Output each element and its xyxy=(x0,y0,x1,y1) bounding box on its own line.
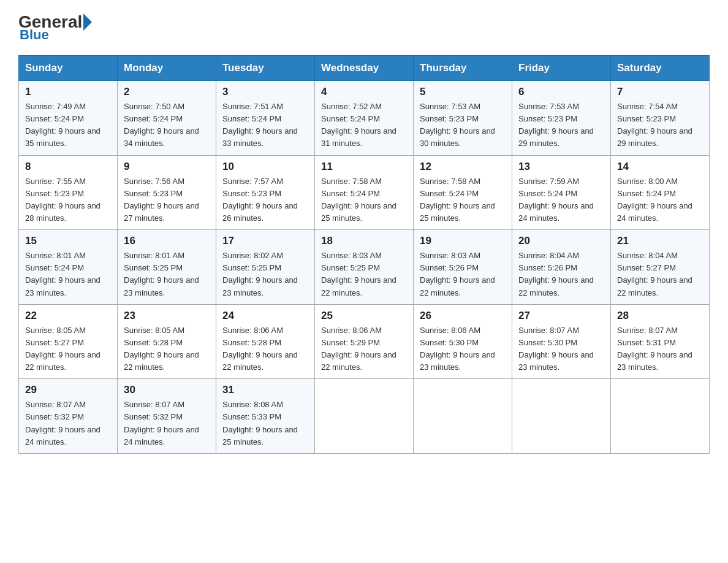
day-cell: 24 Sunrise: 8:06 AM Sunset: 5:28 PM Dayl… xyxy=(216,304,315,379)
day-number: 10 xyxy=(222,161,308,173)
day-info: Sunrise: 7:49 AM Sunset: 5:24 PM Dayligh… xyxy=(25,101,111,150)
day-info: Sunrise: 8:05 AM Sunset: 5:27 PM Dayligh… xyxy=(25,324,111,374)
logo-triangle-icon xyxy=(83,13,92,31)
day-number: 8 xyxy=(25,161,111,173)
day-info: Sunrise: 7:55 AM Sunset: 5:23 PM Dayligh… xyxy=(25,175,111,225)
day-info: Sunrise: 8:04 AM Sunset: 5:26 PM Dayligh… xyxy=(518,250,604,299)
day-number: 30 xyxy=(124,384,210,396)
day-info: Sunrise: 7:53 AM Sunset: 5:23 PM Dayligh… xyxy=(518,101,604,150)
day-cell: 13 Sunrise: 7:59 AM Sunset: 5:24 PM Dayl… xyxy=(512,155,611,230)
day-cell: 7 Sunrise: 7:54 AM Sunset: 5:23 PM Dayli… xyxy=(611,81,710,156)
day-number: 13 xyxy=(518,161,604,173)
day-info: Sunrise: 7:59 AM Sunset: 5:24 PM Dayligh… xyxy=(518,175,604,225)
day-cell xyxy=(315,379,414,454)
day-info: Sunrise: 7:52 AM Sunset: 5:24 PM Dayligh… xyxy=(321,101,407,150)
week-row-1: 1 Sunrise: 7:49 AM Sunset: 5:24 PM Dayli… xyxy=(19,81,710,156)
day-number: 14 xyxy=(617,161,703,173)
day-number: 11 xyxy=(321,161,407,173)
day-cell: 21 Sunrise: 8:04 AM Sunset: 5:27 PM Dayl… xyxy=(611,230,710,305)
day-info: Sunrise: 7:54 AM Sunset: 5:23 PM Dayligh… xyxy=(617,101,703,150)
day-info: Sunrise: 8:07 AM Sunset: 5:31 PM Dayligh… xyxy=(617,324,703,374)
day-number: 21 xyxy=(617,235,703,247)
day-cell: 10 Sunrise: 7:57 AM Sunset: 5:23 PM Dayl… xyxy=(216,155,315,230)
day-number: 9 xyxy=(124,161,210,173)
day-cell: 14 Sunrise: 8:00 AM Sunset: 5:24 PM Dayl… xyxy=(611,155,710,230)
col-header-monday: Monday xyxy=(118,56,216,81)
week-row-2: 8 Sunrise: 7:55 AM Sunset: 5:23 PM Dayli… xyxy=(19,155,710,230)
day-info: Sunrise: 8:06 AM Sunset: 5:28 PM Dayligh… xyxy=(222,324,308,374)
day-cell: 28 Sunrise: 8:07 AM Sunset: 5:31 PM Dayl… xyxy=(611,304,710,379)
col-header-saturday: Saturday xyxy=(611,56,710,81)
day-number: 6 xyxy=(518,86,604,98)
day-number: 29 xyxy=(25,384,111,396)
day-info: Sunrise: 8:07 AM Sunset: 5:32 PM Dayligh… xyxy=(25,399,111,448)
day-number: 2 xyxy=(124,86,210,98)
day-number: 4 xyxy=(321,86,407,98)
day-cell xyxy=(414,379,512,454)
day-number: 16 xyxy=(124,235,210,247)
day-info: Sunrise: 8:00 AM Sunset: 5:24 PM Dayligh… xyxy=(617,175,703,225)
week-row-5: 29 Sunrise: 8:07 AM Sunset: 5:32 PM Dayl… xyxy=(19,379,710,454)
day-cell xyxy=(611,379,710,454)
day-cell: 18 Sunrise: 8:03 AM Sunset: 5:25 PM Dayl… xyxy=(315,230,414,305)
col-header-wednesday: Wednesday xyxy=(315,56,414,81)
day-cell: 16 Sunrise: 8:01 AM Sunset: 5:25 PM Dayl… xyxy=(118,230,216,305)
day-cell: 27 Sunrise: 8:07 AM Sunset: 5:30 PM Dayl… xyxy=(512,304,611,379)
day-number: 25 xyxy=(321,310,407,322)
day-info: Sunrise: 8:02 AM Sunset: 5:25 PM Dayligh… xyxy=(222,250,308,299)
day-cell: 25 Sunrise: 8:06 AM Sunset: 5:29 PM Dayl… xyxy=(315,304,414,379)
day-info: Sunrise: 8:01 AM Sunset: 5:24 PM Dayligh… xyxy=(25,250,111,299)
day-cell: 12 Sunrise: 7:58 AM Sunset: 5:24 PM Dayl… xyxy=(414,155,512,230)
day-info: Sunrise: 7:56 AM Sunset: 5:23 PM Dayligh… xyxy=(124,175,210,225)
day-info: Sunrise: 8:08 AM Sunset: 5:33 PM Dayligh… xyxy=(222,399,308,448)
day-info: Sunrise: 8:06 AM Sunset: 5:29 PM Dayligh… xyxy=(321,324,407,374)
day-info: Sunrise: 8:03 AM Sunset: 5:25 PM Dayligh… xyxy=(321,250,407,299)
col-header-tuesday: Tuesday xyxy=(216,56,315,81)
day-cell: 17 Sunrise: 8:02 AM Sunset: 5:25 PM Dayl… xyxy=(216,230,315,305)
day-cell: 19 Sunrise: 8:03 AM Sunset: 5:26 PM Dayl… xyxy=(414,230,512,305)
day-cell: 20 Sunrise: 8:04 AM Sunset: 5:26 PM Dayl… xyxy=(512,230,611,305)
day-number: 24 xyxy=(222,310,308,322)
day-cell: 15 Sunrise: 8:01 AM Sunset: 5:24 PM Dayl… xyxy=(19,230,118,305)
day-cell: 26 Sunrise: 8:06 AM Sunset: 5:30 PM Dayl… xyxy=(414,304,512,379)
day-number: 27 xyxy=(518,310,604,322)
day-info: Sunrise: 8:03 AM Sunset: 5:26 PM Dayligh… xyxy=(420,250,506,299)
day-cell: 4 Sunrise: 7:52 AM Sunset: 5:24 PM Dayli… xyxy=(315,81,414,156)
day-info: Sunrise: 7:53 AM Sunset: 5:23 PM Dayligh… xyxy=(420,101,506,150)
day-number: 7 xyxy=(617,86,703,98)
day-cell: 9 Sunrise: 7:56 AM Sunset: 5:23 PM Dayli… xyxy=(118,155,216,230)
day-number: 22 xyxy=(25,310,111,322)
week-row-4: 22 Sunrise: 8:05 AM Sunset: 5:27 PM Dayl… xyxy=(19,304,710,379)
logo: General Blue xyxy=(18,12,93,43)
day-info: Sunrise: 7:58 AM Sunset: 5:24 PM Dayligh… xyxy=(420,175,506,225)
day-info: Sunrise: 8:07 AM Sunset: 5:32 PM Dayligh… xyxy=(124,399,210,448)
col-header-friday: Friday xyxy=(512,56,611,81)
day-number: 3 xyxy=(222,86,308,98)
col-header-thursday: Thursday xyxy=(414,56,512,81)
day-number: 23 xyxy=(124,310,210,322)
day-info: Sunrise: 7:57 AM Sunset: 5:23 PM Dayligh… xyxy=(222,175,308,225)
day-number: 15 xyxy=(25,235,111,247)
day-info: Sunrise: 8:05 AM Sunset: 5:28 PM Dayligh… xyxy=(124,324,210,374)
day-info: Sunrise: 7:50 AM Sunset: 5:24 PM Dayligh… xyxy=(124,101,210,150)
day-number: 19 xyxy=(420,235,506,247)
day-info: Sunrise: 8:06 AM Sunset: 5:30 PM Dayligh… xyxy=(420,324,506,374)
day-number: 31 xyxy=(222,384,308,396)
day-info: Sunrise: 7:58 AM Sunset: 5:24 PM Dayligh… xyxy=(321,175,407,225)
day-cell: 31 Sunrise: 8:08 AM Sunset: 5:33 PM Dayl… xyxy=(216,379,315,454)
day-cell: 23 Sunrise: 8:05 AM Sunset: 5:28 PM Dayl… xyxy=(118,304,216,379)
day-cell: 11 Sunrise: 7:58 AM Sunset: 5:24 PM Dayl… xyxy=(315,155,414,230)
day-cell: 5 Sunrise: 7:53 AM Sunset: 5:23 PM Dayli… xyxy=(414,81,512,156)
day-number: 18 xyxy=(321,235,407,247)
day-number: 28 xyxy=(617,310,703,322)
col-header-sunday: Sunday xyxy=(19,56,118,81)
day-cell: 3 Sunrise: 7:51 AM Sunset: 5:24 PM Dayli… xyxy=(216,81,315,156)
header-row: SundayMondayTuesdayWednesdayThursdayFrid… xyxy=(19,56,710,81)
day-info: Sunrise: 8:01 AM Sunset: 5:25 PM Dayligh… xyxy=(124,250,210,299)
day-number: 12 xyxy=(420,161,506,173)
day-cell: 22 Sunrise: 8:05 AM Sunset: 5:27 PM Dayl… xyxy=(19,304,118,379)
day-cell: 30 Sunrise: 8:07 AM Sunset: 5:32 PM Dayl… xyxy=(118,379,216,454)
day-cell: 8 Sunrise: 7:55 AM Sunset: 5:23 PM Dayli… xyxy=(19,155,118,230)
day-number: 5 xyxy=(420,86,506,98)
day-cell: 6 Sunrise: 7:53 AM Sunset: 5:23 PM Dayli… xyxy=(512,81,611,156)
